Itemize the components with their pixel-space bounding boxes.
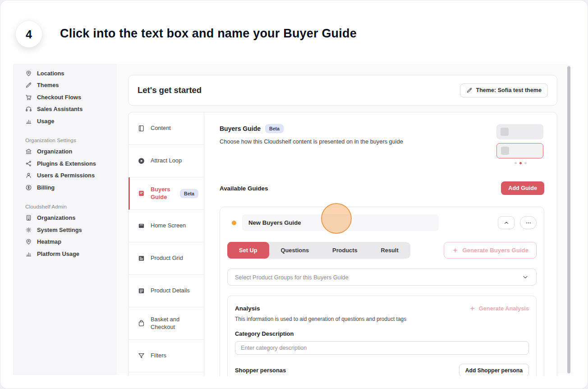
generate-buyers-guide-label: Generate Buyers Guide	[462, 247, 528, 254]
sidebar-item-locations[interactable]: Locations	[13, 67, 117, 79]
sidebar-item-users-permissions[interactable]: Users & Permissions	[13, 170, 117, 182]
sidebar-item-themes[interactable]: Themes	[13, 79, 117, 92]
analysis-section: Analysis Generate Analysis This informat…	[227, 296, 537, 376]
generate-analysis-label: Generate Analysis	[479, 305, 529, 312]
tab-result[interactable]: Result	[369, 242, 410, 259]
guide-more-button[interactable]	[520, 216, 537, 229]
sidebar-section-organization-settings: Organization Settings	[13, 137, 117, 144]
tutorial-page: 4 Click into the text box and name your …	[0, 0, 588, 389]
sidebar-item-label: System Settings	[37, 227, 82, 233]
screen-icon	[138, 222, 145, 230]
analysis-description: This information is used to aid generati…	[235, 316, 529, 322]
step-number: 4	[16, 21, 42, 47]
sidebar-item-billing[interactable]: Billing	[13, 181, 117, 194]
building-icon	[25, 214, 32, 221]
tab-basket-checkout[interactable]: Basket and Checkout	[129, 307, 204, 340]
sidebar-item-label: Organizations	[37, 214, 75, 221]
sidebar-item-label: Platform Usage	[37, 250, 79, 257]
app-main: Let's get started Theme: Sofia test them…	[117, 64, 568, 375]
tab-set-up[interactable]: Set Up	[227, 242, 269, 259]
sidebar-item-plugins-extensions[interactable]: Plugins & Extensions	[13, 157, 117, 170]
headset-icon	[25, 106, 32, 112]
beta-badge: Beta	[180, 189, 198, 198]
tab-label: Buyers Guide	[151, 186, 175, 201]
carousel-dot[interactable]	[524, 162, 527, 164]
sidebar-item-system-settings[interactable]: System Settings	[13, 224, 117, 236]
guide-name-input[interactable]: New Buyers Guide	[242, 214, 439, 231]
sidebar-item-label: Users & Permissions	[37, 172, 95, 179]
tab-label: Product Grid	[151, 255, 198, 262]
tab-questions[interactable]: Questions	[269, 242, 321, 259]
thumbnail-image-placeholder	[501, 128, 509, 136]
panel-title: Buyers Guide	[220, 125, 261, 132]
chevron-down-icon	[522, 273, 529, 281]
product-groups-select[interactable]: Select Product Groups for this Buyers Gu…	[227, 269, 537, 286]
cart-icon	[25, 94, 32, 101]
sidebar-item-label: Locations	[37, 70, 64, 77]
settings-nav: Content Attract Loop Buyers Guide Beta H…	[129, 112, 204, 376]
panel-subtitle: Choose how this Cloudshelf content is pr…	[220, 138, 403, 145]
paintbrush-icon	[466, 87, 473, 93]
sidebar-item-usage[interactable]: Usage	[13, 115, 117, 127]
collapse-guide-button[interactable]	[498, 216, 514, 229]
category-description-input[interactable]	[235, 341, 529, 355]
dollar-icon	[25, 184, 32, 191]
sidebar-item-sales-assistants[interactable]: Sales Assistants	[13, 103, 117, 116]
available-guides-heading: Available Guides	[220, 185, 268, 192]
chart-icon	[25, 118, 32, 125]
guide-status-dot	[232, 221, 236, 225]
analysis-heading: Analysis	[235, 305, 260, 312]
plugin-icon	[25, 160, 32, 167]
guide-style-option-2[interactable]	[496, 143, 543, 158]
guide-style-carousel	[496, 124, 544, 164]
tab-label: Filters	[151, 352, 198, 360]
scrollbar-thumb[interactable]	[567, 66, 570, 373]
tab-label: Basket and Checkout	[151, 316, 198, 331]
tab-label: Product Details	[151, 287, 198, 295]
filter-icon	[138, 352, 145, 360]
grid-icon	[138, 255, 145, 262]
chart-icon	[25, 250, 32, 257]
tab-content[interactable]: Content	[129, 112, 204, 145]
sidebar-item-heatmap[interactable]: Heatmap	[13, 236, 117, 248]
tab-filters[interactable]: Filters	[129, 340, 204, 372]
sparkle-icon	[452, 247, 459, 254]
sidebar-item-label: Organization	[37, 148, 72, 155]
step-title: Click into the text box and name your Bu…	[60, 27, 357, 41]
add-guide-button[interactable]: Add Guide	[501, 181, 544, 195]
carousel-dot-active[interactable]	[519, 162, 522, 164]
guide-tabs: Set Up Questions Products Result	[227, 242, 410, 259]
sparkle-icon	[469, 305, 476, 312]
shopper-personas-label: Shopper personas	[235, 367, 286, 374]
sidebar-item-label: Billing	[37, 184, 55, 191]
tab-product-grid[interactable]: Product Grid	[129, 242, 204, 275]
select-placeholder: Select Product Groups for this Buyers Gu…	[235, 274, 349, 281]
sidebar-item-organizations[interactable]: Organizations	[13, 212, 117, 224]
beta-badge: Beta	[265, 124, 284, 133]
sidebar-item-checkout-flows[interactable]: Checkout Flows	[13, 91, 117, 103]
user-icon	[25, 172, 32, 179]
guide-style-option-1[interactable]	[496, 124, 543, 139]
chevron-up-icon	[503, 220, 510, 226]
bank-icon	[25, 148, 32, 155]
play-circle-icon	[138, 157, 145, 165]
sidebar-item-organization[interactable]: Organization	[13, 146, 117, 158]
theme-button-label: Theme: Sofia test theme	[476, 87, 542, 93]
tab-product-details[interactable]: Product Details	[129, 275, 204, 307]
tab-buyers-guide[interactable]: Buyers Guide Beta	[129, 177, 204, 210]
tab-products[interactable]: Products	[321, 242, 369, 259]
page-header-card: Let's get started Theme: Sofia test them…	[128, 75, 557, 106]
sidebar-item-label: Sales Assistants	[37, 106, 83, 112]
sidebar-item-platform-usage[interactable]: Platform Usage	[13, 248, 117, 260]
add-shopper-persona-button[interactable]: Add Shopper persona	[459, 364, 529, 376]
tab-attract-loop[interactable]: Attract Loop	[129, 145, 204, 177]
vertical-scrollbar[interactable]	[567, 65, 570, 374]
sidebar-item-label: Heatmap	[37, 238, 61, 245]
carousel-dot[interactable]	[514, 162, 517, 164]
app-screenshot: Locations Themes Checkout Flows Sales As…	[0, 64, 588, 375]
generate-buyers-guide-button[interactable]: Generate Buyers Guide	[444, 242, 537, 259]
generate-analysis-button[interactable]: Generate Analysis	[469, 305, 529, 312]
tab-home-screen[interactable]: Home Screen	[129, 210, 204, 242]
buyers-guide-panel: Buyers Guide Beta Choose how this Clouds…	[204, 112, 557, 376]
theme-button[interactable]: Theme: Sofia test theme	[460, 83, 548, 97]
